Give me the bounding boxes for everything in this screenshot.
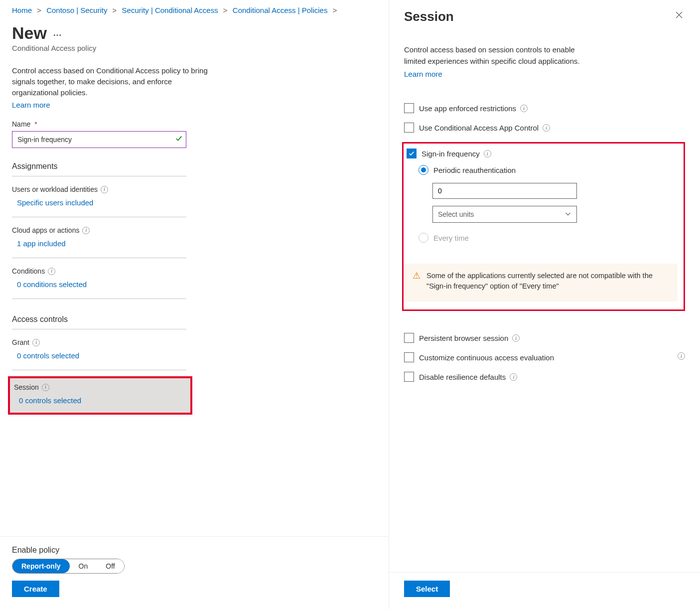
warning-message: ⚠ Some of the applications currently sel… bbox=[405, 264, 678, 302]
divider bbox=[12, 299, 186, 299]
access-controls-header: Access controls bbox=[12, 315, 186, 329]
app-control-label: Use Conditional Access App Control bbox=[419, 123, 539, 133]
select-button[interactable]: Select bbox=[404, 581, 450, 597]
breadcrumb-conditional-access[interactable]: Security | Conditional Access bbox=[122, 6, 218, 14]
app-control-checkbox[interactable] bbox=[404, 123, 414, 133]
warning-icon: ⚠ bbox=[413, 271, 420, 292]
persistent-browser-checkbox[interactable] bbox=[404, 333, 414, 343]
page-subtitle: Conditional Access policy bbox=[12, 44, 377, 52]
page-title: New bbox=[12, 23, 47, 43]
warning-text: Some of the applications currently selec… bbox=[426, 271, 670, 292]
signin-frequency-checkbox[interactable] bbox=[407, 149, 417, 158]
users-link[interactable]: Specific users included bbox=[12, 198, 93, 212]
info-icon[interactable]: i bbox=[82, 227, 90, 234]
grant-section-title: Grant bbox=[12, 338, 29, 346]
required-icon: * bbox=[34, 120, 37, 128]
info-icon[interactable]: i bbox=[101, 186, 108, 193]
info-icon[interactable]: i bbox=[32, 339, 40, 346]
chevron-down-icon bbox=[564, 210, 571, 219]
panel-intro: Control access based on session controls… bbox=[404, 44, 583, 67]
grant-link[interactable]: 0 controls selected bbox=[12, 351, 79, 365]
conditions-link[interactable]: 0 conditions selected bbox=[12, 280, 87, 294]
panel-title: Session bbox=[404, 9, 454, 24]
conditions-section-title: Conditions bbox=[12, 267, 45, 275]
cae-label: Customize continuous access evaluation bbox=[419, 352, 554, 363]
info-icon[interactable]: i bbox=[42, 384, 49, 391]
toggle-on[interactable]: On bbox=[70, 559, 97, 573]
chevron-right-icon: > bbox=[333, 6, 337, 14]
toggle-report-only[interactable]: Report-only bbox=[12, 559, 70, 573]
info-icon[interactable]: i bbox=[678, 352, 685, 360]
signin-frequency-label: Sign-in frequency bbox=[421, 149, 480, 159]
breadcrumb-security[interactable]: Contoso | Security bbox=[46, 6, 107, 14]
frequency-number-input[interactable] bbox=[432, 183, 577, 199]
breadcrumb-home[interactable]: Home bbox=[12, 6, 32, 14]
users-section-title: Users or workload identities bbox=[12, 185, 98, 193]
apps-link[interactable]: 1 app included bbox=[12, 239, 66, 253]
chevron-right-icon: > bbox=[113, 6, 117, 14]
info-icon[interactable]: i bbox=[512, 334, 520, 342]
panel-learn-more-link[interactable]: Learn more bbox=[404, 70, 685, 78]
info-icon[interactable]: i bbox=[48, 268, 55, 275]
name-input[interactable] bbox=[12, 131, 186, 148]
periodic-radio[interactable] bbox=[419, 165, 428, 175]
name-field-label: Name bbox=[12, 120, 30, 128]
close-icon[interactable] bbox=[673, 9, 685, 23]
info-icon[interactable]: i bbox=[520, 105, 528, 112]
chevron-right-icon: > bbox=[223, 6, 228, 14]
breadcrumb-policies[interactable]: Conditional Access | Policies bbox=[233, 6, 328, 14]
learn-more-link[interactable]: Learn more bbox=[12, 101, 377, 109]
enable-policy-label: Enable policy bbox=[12, 546, 377, 555]
session-section-highlight[interactable]: Session i 0 controls selected bbox=[8, 376, 192, 415]
divider bbox=[12, 217, 186, 217]
resilience-defaults-label: Disable resilience defaults bbox=[419, 372, 506, 382]
signin-frequency-highlight: Sign-in frequency i Periodic reauthentic… bbox=[402, 142, 685, 311]
chevron-right-icon: > bbox=[37, 6, 41, 14]
session-link[interactable]: 0 controls selected bbox=[13, 396, 81, 410]
everytime-radio bbox=[419, 233, 428, 243]
info-icon[interactable]: i bbox=[484, 150, 491, 157]
divider bbox=[12, 258, 186, 258]
info-icon[interactable]: i bbox=[543, 124, 550, 132]
toggle-off[interactable]: Off bbox=[97, 559, 124, 573]
cae-checkbox[interactable] bbox=[404, 352, 414, 362]
units-select-placeholder: Select units bbox=[438, 210, 474, 218]
check-icon bbox=[175, 135, 182, 144]
periodic-radio-label: Periodic reauthentication bbox=[433, 166, 516, 174]
units-select[interactable]: Select units bbox=[432, 206, 577, 223]
session-section-title: Session bbox=[14, 383, 39, 391]
assignments-header: Assignments bbox=[12, 162, 186, 176]
info-icon[interactable]: i bbox=[510, 373, 517, 381]
apps-section-title: Cloud apps or actions bbox=[12, 226, 79, 234]
persistent-browser-label: Persistent browser session bbox=[419, 333, 508, 343]
enforced-restrictions-label: Use app enforced restrictions bbox=[419, 103, 516, 114]
enforced-restrictions-checkbox[interactable] bbox=[404, 103, 414, 113]
divider bbox=[12, 370, 186, 370]
create-button[interactable]: Create bbox=[12, 581, 59, 597]
more-actions-icon[interactable]: … bbox=[53, 28, 62, 38]
everytime-radio-label: Every time bbox=[433, 234, 469, 242]
page-intro: Control access based on Conditional Acce… bbox=[12, 65, 211, 98]
enable-policy-toggle[interactable]: Report-only On Off bbox=[12, 559, 125, 574]
resilience-defaults-checkbox[interactable] bbox=[404, 372, 414, 382]
breadcrumb: Home > Contoso | Security > Security | C… bbox=[12, 6, 377, 14]
